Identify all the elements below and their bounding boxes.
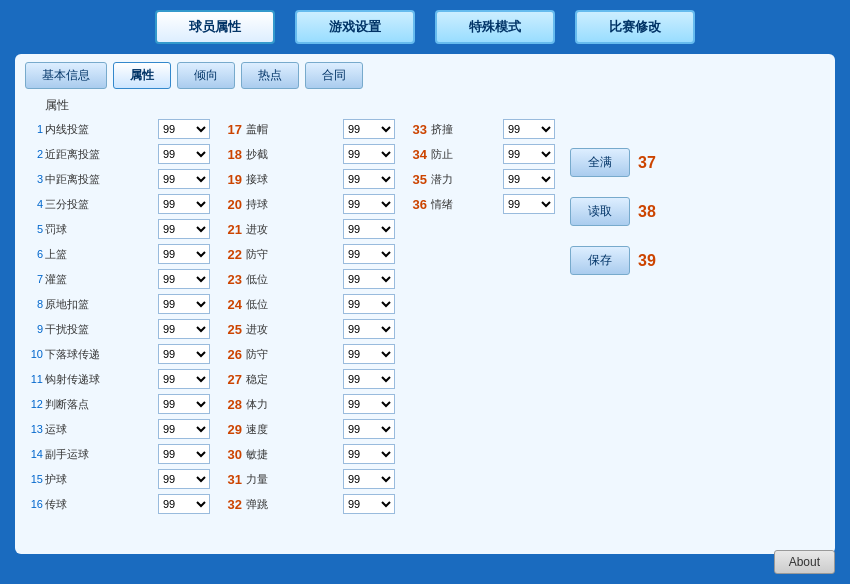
attr-row: 7灌篮999897969590858075706050 <box>25 268 210 290</box>
select-mid-12[interactable]: 999897969590858075706050 <box>343 419 395 439</box>
select-left-2[interactable]: 999897969590858075706050 <box>158 169 210 189</box>
select-mid-13[interactable]: 999897969590858075706050 <box>343 444 395 464</box>
row-number: 23 <box>220 272 242 287</box>
attr-row: 31力量999897969590858075706050 <box>220 468 395 490</box>
select-left-6[interactable]: 999897969590858075706050 <box>158 269 210 289</box>
row-number: 19 <box>220 172 242 187</box>
select-mid-1[interactable]: 999897969590858075706050 <box>343 144 395 164</box>
attr-row: 22防守999897969590858075706050 <box>220 243 395 265</box>
row-label: 三分投篮 <box>45 197 156 212</box>
select-left-3[interactable]: 999897969590858075706050 <box>158 194 210 214</box>
select-left-0[interactable]: 999897969590858075706050 <box>158 119 210 139</box>
row-number: 34 <box>405 147 427 162</box>
select-mid-9[interactable]: 999897969590858075706050 <box>343 344 395 364</box>
row-label: 中距离投篮 <box>45 172 156 187</box>
select-mid-4[interactable]: 999897969590858075706050 <box>343 219 395 239</box>
row-label: 运球 <box>45 422 156 437</box>
fill-all-button[interactable]: 全满 <box>570 148 630 177</box>
row-label: 内线投篮 <box>45 122 156 137</box>
attr-row: 17盖帽999897969590858075706050 <box>220 118 395 140</box>
select-right-3[interactable]: 999897969590858075706050 <box>503 194 555 214</box>
top-nav-player-attr[interactable]: 球员属性 <box>155 10 275 44</box>
attr-row: 5罚球999897969590858075706050 <box>25 218 210 240</box>
row-label: 近距离投篮 <box>45 147 156 162</box>
select-mid-5[interactable]: 999897969590858075706050 <box>343 244 395 264</box>
save-button[interactable]: 保存 <box>570 246 630 275</box>
select-left-10[interactable]: 999897969590858075706050 <box>158 369 210 389</box>
select-mid-8[interactable]: 999897969590858075706050 <box>343 319 395 339</box>
row-number: 13 <box>25 423 43 435</box>
top-nav-game-settings[interactable]: 游戏设置 <box>295 10 415 44</box>
select-left-11[interactable]: 999897969590858075706050 <box>158 394 210 414</box>
row-number: 14 <box>25 448 43 460</box>
select-left-5[interactable]: 999897969590858075706050 <box>158 244 210 264</box>
attr-row: 18抄截999897969590858075706050 <box>220 143 395 165</box>
row-number: 29 <box>220 422 242 437</box>
attr-row: 21进攻999897969590858075706050 <box>220 218 395 240</box>
row-label: 弹跳 <box>246 497 341 512</box>
sub-nav-hotspot[interactable]: 热点 <box>241 62 299 89</box>
row-label: 盖帽 <box>246 122 341 137</box>
row-label: 接球 <box>246 172 341 187</box>
sub-nav: 基本信息 属性 倾向 热点 合同 <box>25 62 825 89</box>
select-mid-3[interactable]: 999897969590858075706050 <box>343 194 395 214</box>
select-left-8[interactable]: 999897969590858075706050 <box>158 319 210 339</box>
attr-row: 33挤撞999897969590858075706050 <box>405 118 555 140</box>
top-nav: 球员属性 游戏设置 特殊模式 比赛修改 <box>0 0 850 54</box>
attr-row: 30敏捷999897969590858075706050 <box>220 443 395 465</box>
select-mid-7[interactable]: 999897969590858075706050 <box>343 294 395 314</box>
row-label: 原地扣篮 <box>45 297 156 312</box>
row-number: 11 <box>25 373 43 385</box>
row-number: 9 <box>25 323 43 335</box>
row-label: 挤撞 <box>431 122 501 137</box>
select-mid-10[interactable]: 999897969590858075706050 <box>343 369 395 389</box>
attr-row: 13运球999897969590858075706050 <box>25 418 210 440</box>
select-mid-11[interactable]: 999897969590858075706050 <box>343 394 395 414</box>
row-label: 进攻 <box>246 222 341 237</box>
select-mid-0[interactable]: 999897969590858075706050 <box>343 119 395 139</box>
row-label: 敏捷 <box>246 447 341 462</box>
select-right-0[interactable]: 999897969590858075706050 <box>503 119 555 139</box>
row-label: 钩射传递球 <box>45 372 156 387</box>
select-left-1[interactable]: 999897969590858075706050 <box>158 144 210 164</box>
attr-row: 26防守999897969590858075706050 <box>220 343 395 365</box>
attr-columns: 1内线投篮9998979695908580757060502近距离投篮99989… <box>25 118 825 518</box>
attr-row: 25进攻999897969590858075706050 <box>220 318 395 340</box>
attr-row: 15护球999897969590858075706050 <box>25 468 210 490</box>
select-mid-15[interactable]: 999897969590858075706050 <box>343 494 395 514</box>
row-label: 下落球传递 <box>45 347 156 362</box>
attr-col-4: 全满37读取38保存39 <box>555 118 675 518</box>
select-left-7[interactable]: 999897969590858075706050 <box>158 294 210 314</box>
row-number: 21 <box>220 222 242 237</box>
row-number: 8 <box>25 298 43 310</box>
select-mid-6[interactable]: 999897969590858075706050 <box>343 269 395 289</box>
row-label: 力量 <box>246 472 341 487</box>
sub-nav-basic-info[interactable]: 基本信息 <box>25 62 107 89</box>
sub-nav-tendency[interactable]: 倾向 <box>177 62 235 89</box>
select-left-12[interactable]: 999897969590858075706050 <box>158 419 210 439</box>
select-mid-14[interactable]: 999897969590858075706050 <box>343 469 395 489</box>
select-mid-2[interactable]: 999897969590858075706050 <box>343 169 395 189</box>
attr-row: 28体力999897969590858075706050 <box>220 393 395 415</box>
attr-row: 11钩射传递球999897969590858075706050 <box>25 368 210 390</box>
row-number: 32 <box>220 497 242 512</box>
sub-nav-attributes[interactable]: 属性 <box>113 62 171 89</box>
select-left-15[interactable]: 999897969590858075706050 <box>158 494 210 514</box>
read-button[interactable]: 读取 <box>570 197 630 226</box>
action-section: 全满37读取38保存39 <box>570 148 675 295</box>
select-left-4[interactable]: 999897969590858075706050 <box>158 219 210 239</box>
top-nav-match-edit[interactable]: 比赛修改 <box>575 10 695 44</box>
sub-nav-contract[interactable]: 合同 <box>305 62 363 89</box>
select-right-2[interactable]: 999897969590858075706050 <box>503 169 555 189</box>
select-right-1[interactable]: 999897969590858075706050 <box>503 144 555 164</box>
select-left-14[interactable]: 999897969590858075706050 <box>158 469 210 489</box>
row-label: 灌篮 <box>45 272 156 287</box>
select-left-13[interactable]: 999897969590858075706050 <box>158 444 210 464</box>
row-label: 防守 <box>246 247 341 262</box>
select-left-9[interactable]: 999897969590858075706050 <box>158 344 210 364</box>
top-nav-special-mode[interactable]: 特殊模式 <box>435 10 555 44</box>
attr-row: 1内线投篮999897969590858075706050 <box>25 118 210 140</box>
attr-row: 16传球999897969590858075706050 <box>25 493 210 515</box>
row-label: 情绪 <box>431 197 501 212</box>
about-button[interactable]: About <box>774 550 835 574</box>
